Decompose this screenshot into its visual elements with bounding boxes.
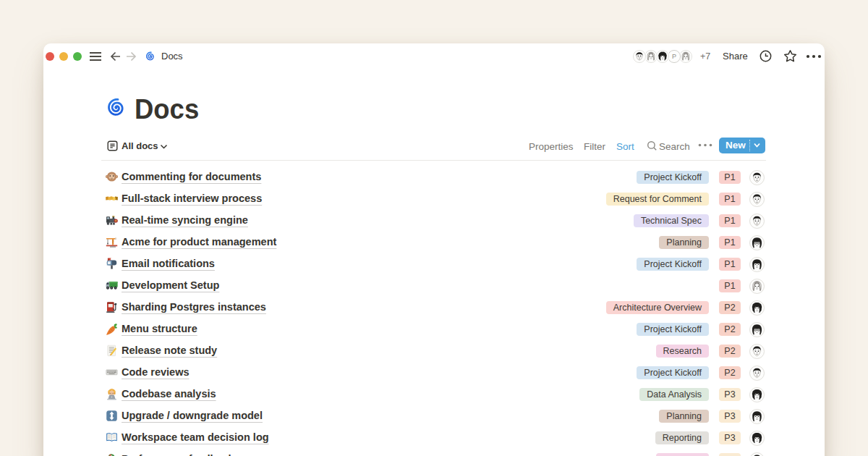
svg-text:P: P (672, 53, 676, 60)
